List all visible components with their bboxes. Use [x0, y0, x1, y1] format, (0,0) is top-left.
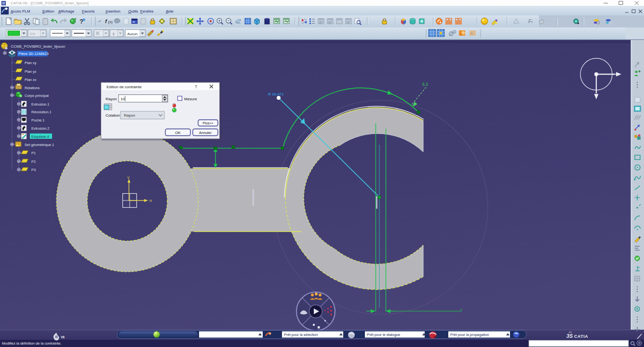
svg-text:Corps principal: Corps principal: [25, 93, 49, 98]
svg-text:R 10.471: R 10.471: [268, 92, 284, 96]
svg-text:CATIA: CATIA: [574, 334, 588, 339]
svg-text:Edition de contrainte: Edition de contrainte: [107, 85, 142, 89]
svg-text:Extrusion.2: Extrusion.2: [31, 126, 50, 131]
svg-text:Annuler: Annuler: [199, 131, 212, 135]
svg-text:Cotation: Cotation: [106, 113, 120, 118]
svg-text:0%: 0%: [30, 32, 35, 36]
svg-text:Plus>>: Plus>>: [203, 121, 214, 125]
svg-text:P2: P2: [31, 160, 36, 164]
svg-text:Prêt pour le dialogue: Prêt pour le dialogue: [367, 333, 400, 337]
svg-text:V6: V6: [61, 335, 65, 339]
svg-text:Set géométrique.1: Set géométrique.1: [25, 143, 54, 147]
svg-text:Prêt pour la sélection: Prêt pour la sélection: [284, 333, 318, 337]
svg-text:Révolution.1: Révolution.1: [31, 110, 52, 114]
svg-text:Aide: Aide: [166, 9, 174, 13]
svg-text:10: 10: [121, 97, 125, 101]
svg-text:Prêt pour la propagation: Prêt pour la propagation: [450, 333, 489, 337]
svg-text:Outils: Outils: [128, 9, 138, 13]
svg-text:Modifiez la définition de la c: Modifiez la définition de la contrainte.: [2, 341, 61, 346]
svg-text:Affichage: Affichage: [58, 9, 75, 13]
svg-text:P3: P3: [31, 168, 36, 172]
svg-text:Accès PLM: Accès PLM: [11, 9, 30, 13]
svg-text:Relations: Relations: [25, 86, 40, 90]
svg-text:V: V: [127, 176, 130, 179]
svg-text:Plan xy: Plan xy: [25, 61, 37, 65]
svg-text:OK: OK: [175, 131, 181, 135]
svg-text:Favoris: Favoris: [82, 9, 94, 13]
svg-text:Fenêtre: Fenêtre: [140, 9, 154, 13]
svg-text:?: ?: [638, 342, 640, 345]
svg-text:Rayon: Rayon: [124, 113, 135, 118]
svg-text:Pièce 3D-1248423: Pièce 3D-1248423: [19, 52, 49, 56]
svg-text:Insertion: Insertion: [106, 9, 121, 13]
svg-text:Esquisse.4: Esquisse.4: [31, 134, 49, 139]
svg-text:(x): (x): [108, 20, 113, 24]
svg-text:?: ?: [195, 84, 197, 89]
svg-text:Aucun: Aucun: [127, 32, 137, 36]
svg-text:Rayon: Rayon: [106, 97, 117, 101]
svg-text:ЗS: ЗS: [566, 334, 573, 339]
svg-text:CCME_POVIBRO_levier_tijouxn: CCME_POVIBRO_levier_tijouxn: [11, 44, 66, 49]
svg-text:h: h: [470, 31, 472, 36]
svg-text:CATIA V6 - [CCME_POVIBRO_levie: CATIA V6 - [CCME_POVIBRO_levier_tijouxn]: [11, 1, 89, 5]
svg-text:P1: P1: [31, 151, 36, 155]
svg-text:3: 3: [112, 32, 115, 36]
svg-text:Poche.1: Poche.1: [31, 118, 45, 122]
svg-text:5,3: 5,3: [422, 82, 428, 87]
svg-text:r: r: [532, 20, 533, 24]
svg-text:Edition: Edition: [42, 9, 54, 13]
svg-text:Plan zx: Plan zx: [25, 78, 37, 82]
svg-text:Plan yz: Plan yz: [25, 69, 37, 74]
svg-text:H: H: [149, 199, 152, 202]
svg-text:Extrusion.1: Extrusion.1: [31, 102, 50, 107]
svg-text:Mesure: Mesure: [184, 97, 197, 101]
